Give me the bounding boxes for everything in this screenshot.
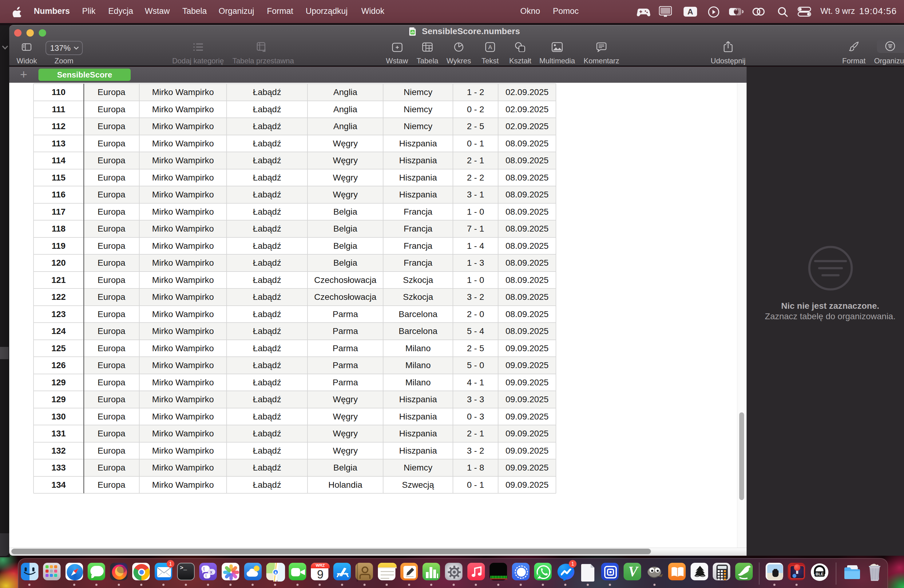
svg-text:A: A xyxy=(488,44,492,51)
